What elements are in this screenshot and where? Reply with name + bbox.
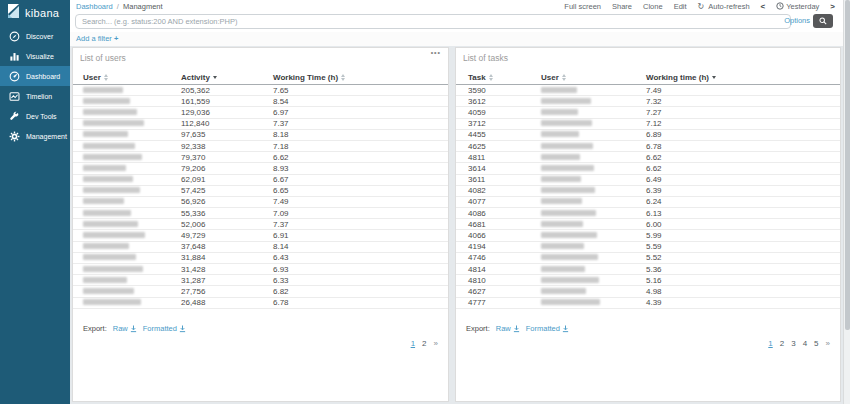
kibana-logo-icon	[7, 4, 20, 23]
sidebar-item-dev-tools[interactable]: Dev Tools	[0, 106, 70, 126]
time-forward-chevron-icon[interactable]: >	[830, 2, 835, 11]
cell-value: 7.09	[273, 209, 440, 218]
cell-value: 7.12	[646, 119, 832, 128]
tasks-table-row: 44556.89	[456, 130, 840, 141]
users-column-header-user[interactable]: User	[83, 73, 181, 82]
tasks-column-header-working-time-h[interactable]: Working time (h)	[646, 73, 832, 82]
tasks-column-header-task[interactable]: Task	[468, 73, 541, 82]
breadcrumb: Dashboard / Managment	[76, 0, 163, 13]
users-table-row: 37,6488.14	[73, 242, 448, 253]
users-table-row: 31,4286.93	[73, 264, 448, 275]
auto-refresh-button[interactable]: ↻Auto-refresh	[698, 2, 750, 11]
pagination-next[interactable]: »	[434, 339, 438, 348]
users-table-row: 27,7566.82	[73, 286, 448, 297]
sidebar-item-management[interactable]: Management	[0, 126, 70, 146]
users-column-header-working-time-h[interactable]: Working Time (h)	[273, 73, 440, 82]
export-raw-link[interactable]: Raw	[113, 324, 137, 333]
toolbar-full-screen-button[interactable]: Full screen	[564, 2, 601, 11]
cell-value: 6.39	[646, 186, 832, 195]
tasks-table-row: 36146.62	[456, 163, 840, 174]
cell-value: 4082	[468, 186, 541, 195]
cell-value: 7.37	[273, 119, 440, 128]
tasks-table-row: 41945.59	[456, 242, 840, 253]
sort-desc-icon	[712, 76, 716, 79]
pagination-page-1[interactable]: 1	[411, 339, 415, 348]
toolbar-share-button[interactable]: Share	[612, 2, 632, 11]
top-bar: Dashboard / Managment Full screenShareCl…	[70, 0, 843, 13]
toolbar-clone-button[interactable]: Clone	[643, 2, 663, 11]
cell-value: 6.78	[273, 298, 440, 307]
tasks-table-row: 36116.49	[456, 175, 840, 186]
cell-value: 7.49	[273, 197, 440, 206]
redacted-user-name	[541, 277, 599, 283]
cell-value: 27,756	[181, 287, 273, 296]
cell-value: 6.00	[646, 220, 832, 229]
scrollbar-thumb[interactable]	[845, 0, 850, 330]
compass-icon	[8, 30, 20, 42]
pagination-page-2[interactable]: 2	[422, 339, 426, 348]
cell-value: 7.37	[273, 220, 440, 229]
users-table-row: 49,7296.91	[73, 230, 448, 241]
tasks-column-header-user[interactable]: User	[541, 73, 646, 82]
pagination-page-5[interactable]: 5	[814, 339, 818, 348]
sidebar-item-label: Discover	[26, 33, 53, 40]
search-button[interactable]	[813, 14, 833, 28]
panel-menu-ellipsis-icon[interactable]: •••	[431, 49, 441, 56]
dashboard-grid: List of users ••• UserActivityWorking Ti…	[70, 46, 843, 404]
timepicker-button[interactable]: Yesterday	[776, 2, 819, 12]
cell-value: 6.65	[273, 186, 440, 195]
cell-value: 5.52	[646, 253, 832, 262]
search-input[interactable]	[75, 14, 791, 29]
tasks-table-row: 47465.52	[456, 253, 840, 264]
users-column-header-activity[interactable]: Activity	[181, 73, 273, 82]
page-scrollbar[interactable]	[843, 0, 850, 404]
redacted-user-name	[83, 243, 129, 249]
column-label: Working Time (h)	[273, 73, 338, 82]
export-formatted-link[interactable]: Formatted	[526, 324, 569, 333]
search-options-link[interactable]: Options	[784, 16, 810, 25]
sidebar-item-dashboard[interactable]: Dashboard	[0, 66, 70, 86]
users-table-row: 112,8407.37	[73, 119, 448, 130]
pagination-page-3[interactable]: 3	[791, 339, 795, 348]
download-icon	[179, 325, 186, 333]
users-table-row: 26,4886.78	[73, 298, 448, 309]
pagination-page-2[interactable]: 2	[780, 339, 784, 348]
sidebar-item-discover[interactable]: Discover	[0, 26, 70, 46]
cell-value: 31,428	[181, 265, 273, 274]
sidebar-item-timelion[interactable]: Timelion	[0, 86, 70, 106]
export-formatted-link[interactable]: Formatted	[143, 324, 186, 333]
add-filter-link[interactable]: Add a filter +	[76, 34, 118, 43]
export-label: Export:	[83, 324, 107, 333]
breadcrumb-dashboard-link[interactable]: Dashboard	[76, 2, 113, 11]
cell-value: 4194	[468, 242, 541, 251]
sidebar-item-visualize[interactable]: Visualize	[0, 46, 70, 66]
breadcrumb-current: Managment	[123, 2, 163, 11]
toolbar-nav: Full screenShareCloneEdit ↻Auto-refresh …	[564, 0, 835, 13]
gauge-icon	[8, 70, 20, 82]
cell-value: 57,425	[181, 186, 273, 195]
column-label: Activity	[181, 73, 210, 82]
cell-value: 6.89	[646, 130, 832, 139]
cell-value: 112,840	[181, 119, 273, 128]
breadcrumb-separator: /	[117, 2, 119, 11]
redacted-user-name	[83, 254, 136, 260]
redacted-user-name	[83, 165, 126, 171]
kibana-logo[interactable]: kibana	[0, 0, 70, 26]
redacted-user-name	[83, 98, 130, 104]
pagination-page-1[interactable]: 1	[768, 339, 772, 348]
cell-value: 6.62	[646, 153, 832, 162]
toolbar-edit-button[interactable]: Edit	[674, 2, 687, 11]
pagination-page-4[interactable]: 4	[803, 339, 807, 348]
users-table-row: 31,8846.43	[73, 253, 448, 264]
redacted-user-name	[541, 243, 584, 249]
cell-value: 4625	[468, 142, 541, 151]
sort-icon	[341, 74, 345, 81]
users-table-row: 97,6358.18	[73, 130, 448, 141]
time-back-chevron-icon[interactable]: <	[761, 2, 766, 11]
export-raw-link[interactable]: Raw	[496, 324, 520, 333]
cell-value: 7.49	[646, 86, 832, 95]
pagination-next[interactable]: »	[826, 339, 830, 348]
sort-desc-icon	[213, 76, 217, 79]
redacted-user-name	[83, 120, 144, 126]
redacted-user-name	[541, 198, 582, 204]
